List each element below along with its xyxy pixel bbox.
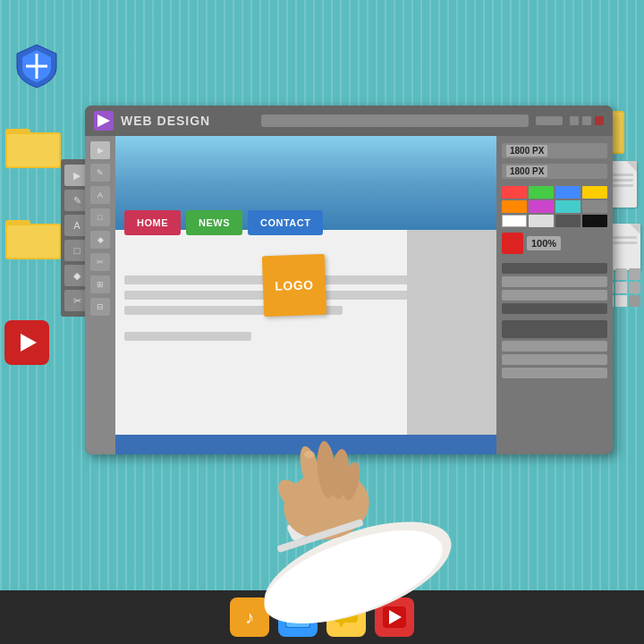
logo-note[interactable]: LOGO	[262, 254, 326, 317]
size-width-row: 1800 PX	[502, 143, 607, 158]
color-palette	[502, 186, 607, 227]
monitor-body: ▶ ✎ A □ ◆ ✂ ⊞ ⊟ HOME NEWS CONTACT	[85, 136, 613, 454]
size-height-row: 1800 PX	[502, 164, 607, 179]
taskbar-app-icon[interactable]	[375, 597, 414, 637]
monitor-toolbar: ▶ ✎ A □ ◆ ✂ ⊞ ⊟	[85, 136, 115, 454]
swatch-blue[interactable]	[555, 186, 580, 199]
grid-row-5	[502, 341, 607, 352]
app-icon	[94, 111, 114, 131]
title-bar-extra	[536, 116, 563, 125]
nav-news-btn[interactable]: NEWS	[186, 210, 242, 235]
grid-row-6	[502, 354, 607, 365]
size-width-value: 1800 PX	[506, 145, 547, 157]
panel-block	[502, 320, 607, 338]
monitor-frame: WEB DESIGN ▶ ✎ A □ ◆ ✂ ⊞ ⊟	[85, 106, 613, 454]
size-height-value: 1800 PX	[506, 165, 547, 177]
svg-rect-7	[7, 225, 59, 258]
taskbar: ♪	[0, 590, 644, 644]
monitor-titlebar: WEB DESIGN	[85, 106, 613, 136]
canvas-content: HOME NEWS CONTACT LOGO	[115, 230, 496, 435]
grid-row-1	[502, 263, 607, 274]
monitor-right-panel: 1800 PX 1800 PX	[496, 136, 613, 454]
nav-contact-btn[interactable]: CONTACT	[248, 210, 323, 235]
m-tool-pencil[interactable]: ✎	[90, 164, 110, 182]
swatch-cyan[interactable]	[555, 200, 580, 213]
grid-row-4	[502, 303, 607, 314]
svg-rect-13	[286, 496, 359, 542]
m-tool-cut[interactable]: ✂	[90, 253, 110, 271]
svg-rect-24	[286, 613, 309, 627]
grid-row-2	[502, 276, 607, 287]
taskbar-chat-icon[interactable]	[326, 597, 366, 637]
zoom-color-swatch[interactable]	[502, 233, 523, 254]
swatch-red[interactable]	[502, 186, 527, 199]
m-tool-diamond[interactable]: ◆	[90, 231, 110, 249]
minimize-btn[interactable]	[570, 116, 579, 125]
m-tool-plus[interactable]: ⊞	[90, 275, 110, 293]
swatch-yellow[interactable]	[582, 186, 607, 199]
taskbar-folder-icon[interactable]	[278, 597, 318, 637]
grid-area	[502, 263, 607, 378]
content-line-4	[124, 332, 251, 341]
svg-point-17	[329, 448, 352, 500]
swatch-green[interactable]	[529, 186, 554, 199]
swatch-orange[interactable]	[502, 200, 527, 213]
svg-marker-26	[339, 623, 344, 628]
swatch-dkgray[interactable]	[555, 215, 580, 227]
window-controls	[570, 116, 604, 125]
play-button[interactable]	[4, 320, 49, 365]
swatch-black[interactable]	[582, 215, 607, 227]
svg-rect-25	[335, 606, 358, 623]
m-tool-text[interactable]: A	[90, 186, 110, 204]
monitor-search-bar	[261, 114, 529, 127]
m-tool-minus[interactable]: ⊟	[90, 298, 110, 316]
monitor-canvas: HOME NEWS CONTACT LOGO	[115, 136, 496, 454]
swatch-purple[interactable]	[529, 200, 554, 213]
grid-row-7	[502, 368, 607, 378]
grid-row-3	[502, 290, 607, 301]
shield-icon	[13, 43, 60, 89]
taskbar-music-icon[interactable]: ♪	[230, 597, 269, 637]
zoom-value: 100%	[527, 236, 561, 250]
nav-home-btn[interactable]: HOME	[124, 210, 181, 235]
maximize-btn[interactable]	[582, 116, 591, 125]
app-icon-shape	[97, 114, 110, 127]
svg-point-19	[273, 474, 315, 518]
zoom-row: 100%	[502, 233, 607, 254]
play-icon	[21, 334, 37, 352]
swatch-gray[interactable]	[582, 200, 607, 213]
svg-rect-21	[276, 519, 364, 554]
canvas-sidebar	[407, 230, 496, 435]
svg-point-14	[278, 464, 375, 547]
music-symbol: ♪	[245, 607, 254, 628]
svg-rect-4	[7, 134, 59, 166]
folder-icon-2	[5, 213, 61, 259]
close-btn[interactable]	[595, 116, 604, 125]
svg-point-18	[341, 461, 363, 502]
m-tool-rect[interactable]: □	[90, 208, 110, 226]
monitor-title: WEB DESIGN	[121, 114, 254, 128]
swatch-ltgray[interactable]	[529, 215, 554, 227]
folder-icon-1	[5, 122, 61, 168]
canvas-footer	[115, 435, 496, 454]
m-tool-arrow[interactable]: ▶	[90, 141, 110, 159]
swatch-white[interactable]	[502, 215, 527, 227]
